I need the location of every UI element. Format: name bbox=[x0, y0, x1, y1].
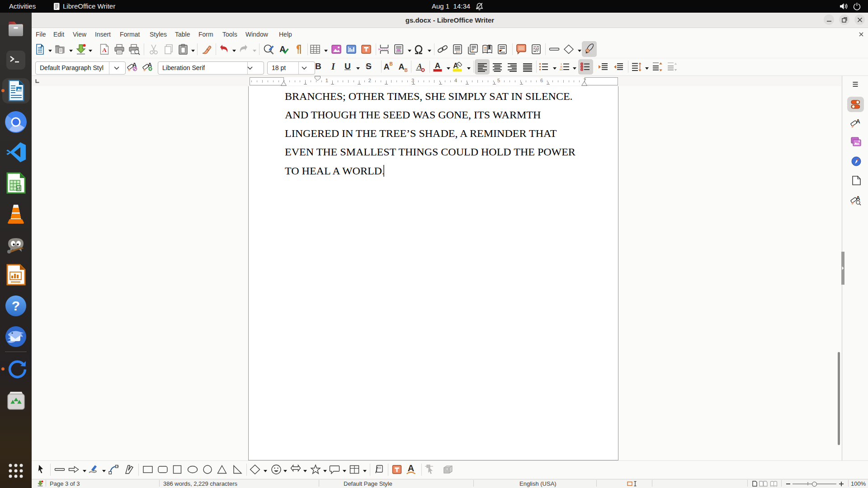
svg-text:A: A bbox=[399, 62, 405, 71]
svg-text:?: ? bbox=[12, 298, 20, 313]
svg-text:B: B bbox=[404, 68, 407, 73]
svg-text:A: A bbox=[408, 464, 414, 473]
svg-text:A: A bbox=[384, 62, 390, 71]
svg-text:A: A bbox=[856, 118, 860, 125]
svg-text:A: A bbox=[102, 47, 107, 53]
svg-text:A: A bbox=[435, 61, 440, 70]
svg-text:B: B bbox=[389, 61, 392, 66]
svg-text:III: III bbox=[560, 68, 563, 71]
